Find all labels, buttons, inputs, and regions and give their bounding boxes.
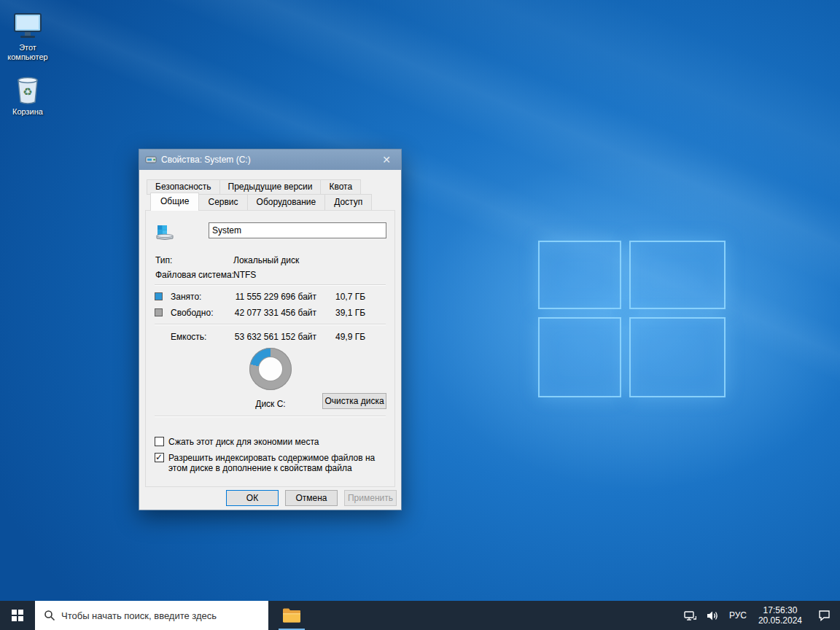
capacity-label: Емкость: (171, 332, 206, 342)
volume-icon[interactable] (701, 601, 724, 630)
wallpaper-light-beam (0, 0, 840, 413)
drive-icon (155, 221, 175, 241)
start-button[interactable] (0, 601, 35, 630)
windows-logo-pane (629, 241, 726, 309)
windows-logo-pane (629, 317, 726, 397)
system-tray: РУС 17:56:30 20.05.2024 (679, 601, 840, 630)
network-icon[interactable] (679, 601, 701, 630)
general-tab-pane: Тип: Локальный диск Файловая система: NT… (145, 210, 395, 487)
capacity-size: 49,9 ГБ (335, 332, 365, 342)
desktop-icon-label: Корзина (0, 107, 55, 117)
separator (155, 284, 386, 286)
allow-indexing-label: Разрешить индексировать содержимое файло… (168, 453, 391, 473)
clock-time: 17:56:30 (763, 605, 798, 615)
compress-disk-label: Сжать этот диск для экономии места (168, 437, 387, 447)
tab-tools[interactable]: Сервис (198, 194, 247, 211)
windows-logo-pane (538, 317, 621, 397)
clock-date: 20.05.2024 (758, 615, 802, 626)
desktop-icon-recycle-bin[interactable]: ♻ Корзина (0, 73, 55, 117)
dialog-titlebar[interactable]: Свойства: System (C:) ✕ (139, 149, 401, 170)
dialog-tabs: Безопасность Предыдущие версии Квота Общ… (145, 179, 395, 211)
free-bytes: 42 077 331 456 байт (225, 308, 316, 318)
windows-logo-wallpaper (538, 241, 726, 397)
windows-start-icon (12, 610, 23, 621)
used-legend-swatch (155, 292, 163, 300)
tab-sharing[interactable]: Доступ (324, 194, 372, 211)
tab-general[interactable]: Общие (150, 192, 199, 211)
svg-text:♻: ♻ (23, 85, 32, 98)
taskbar: РУС 17:56:30 20.05.2024 (0, 601, 840, 630)
free-label: Свободно: (171, 308, 214, 318)
used-size: 10,7 ГБ (335, 292, 365, 302)
wallpaper-logo-glow (408, 146, 840, 496)
tab-previous-versions[interactable]: Предыдущие версии (219, 179, 322, 195)
close-icon[interactable]: ✕ (372, 149, 401, 170)
this-pc-icon (0, 9, 55, 41)
search-input[interactable] (61, 610, 262, 621)
capacity-bytes: 53 632 561 152 байт (225, 332, 316, 342)
wallpaper-light-beam (0, 0, 840, 509)
free-legend-swatch (155, 308, 163, 316)
taskbar-clock[interactable]: 17:56:30 20.05.2024 (752, 601, 809, 630)
allow-indexing-checkbox[interactable] (155, 453, 164, 462)
tab-hardware[interactable]: Оборудование (247, 194, 326, 211)
used-bytes: 11 555 229 696 байт (225, 292, 316, 302)
usage-donut (249, 348, 292, 390)
cancel-button[interactable]: Отмена (285, 490, 338, 506)
ok-button[interactable]: ОК (226, 490, 279, 506)
dialog-title: Свойства: System (C:) (161, 155, 372, 165)
search-icon (44, 610, 55, 621)
filesystem-label: Файловая система: (155, 270, 234, 281)
separator (155, 324, 386, 325)
filesystem-value: NTFS (233, 270, 256, 281)
disk-properties-dialog: Свойства: System (C:) ✕ Безопасность Пре… (139, 149, 402, 510)
taskbar-file-explorer[interactable] (274, 601, 309, 630)
disk-cleanup-button[interactable]: Очистка диска (322, 393, 386, 409)
file-explorer-icon (282, 607, 301, 623)
free-size: 39,1 ГБ (335, 308, 365, 318)
desktop-icon-label: Этот компьютер (0, 43, 55, 62)
recycle-bin-icon: ♻ (0, 73, 55, 105)
type-label: Тип: (155, 255, 172, 266)
wallpaper-light-beam (0, 0, 840, 332)
desktop-icon-this-pc[interactable]: Этот компьютер (0, 9, 55, 62)
language-indicator[interactable]: РУС (724, 601, 752, 630)
drive-title-icon (145, 154, 157, 166)
usage-donut-hole (259, 357, 282, 381)
desktop: Этот компьютер ♻ Корзина Свойства: Syste… (0, 0, 840, 630)
windows-logo-pane (538, 241, 621, 309)
separator (155, 416, 386, 417)
taskbar-search[interactable] (35, 601, 268, 630)
tab-quota[interactable]: Квота (320, 179, 361, 195)
used-label: Занято: (171, 292, 201, 302)
disk-label: Диск C: (219, 399, 322, 409)
compress-disk-checkbox[interactable] (155, 437, 164, 446)
type-value: Локальный диск (233, 255, 299, 266)
drive-name-input[interactable] (209, 222, 386, 238)
apply-button: Применить (344, 490, 397, 506)
action-center-icon[interactable] (809, 601, 840, 630)
dialog-buttons: ОК Отмена Применить (139, 490, 401, 508)
